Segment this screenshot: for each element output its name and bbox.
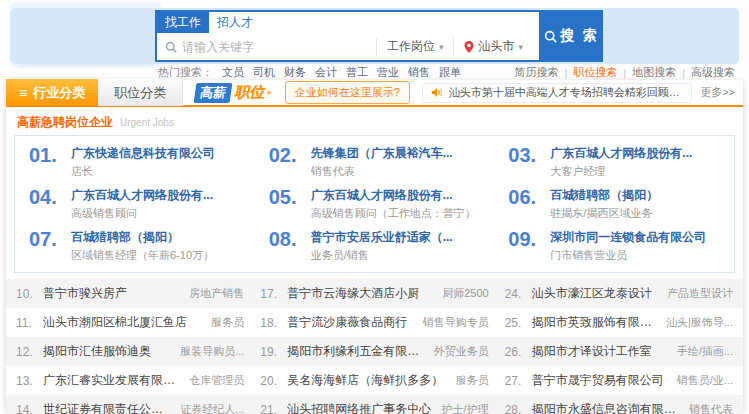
hot-keyword[interactable]: 普工 bbox=[346, 65, 368, 80]
list-item[interactable]: 19.揭阳市利缘利五金有限公司外贸业务员 bbox=[260, 343, 488, 360]
link-resume-search[interactable]: 简历搜索 bbox=[514, 65, 558, 80]
announcement-text[interactable]: 汕头市第十届中高端人才专场招聘会精彩回顾（汕头招聘网... bbox=[449, 85, 683, 100]
company-name[interactable]: 广东快递信息科技有限公司 bbox=[71, 145, 245, 162]
list-item[interactable]: 17.普宁市云海缘大酒店小厨厨师2500 bbox=[260, 285, 488, 302]
keyword-input[interactable] bbox=[182, 40, 376, 54]
list-item[interactable]: 20.吴名海海鲜店（海鲜扒多多）服务员 bbox=[260, 372, 488, 389]
urgent-job-item[interactable]: 02. 先锋集团（广东晨裕汽车...销售代表 bbox=[255, 141, 495, 183]
job-title[interactable]: 手绘/插画... bbox=[669, 344, 733, 359]
hot-keyword[interactable]: 跟单 bbox=[439, 65, 461, 80]
job-title[interactable]: 销售代表 bbox=[311, 164, 485, 179]
company-name[interactable]: 普宁市晟宇贸易有限公司 bbox=[532, 372, 664, 389]
job-title[interactable]: 销售员/业... bbox=[669, 373, 733, 388]
job-title[interactable]: 销售导购专员 bbox=[415, 315, 489, 330]
job-title[interactable]: 区域销售经理（年薪6-10万） bbox=[71, 248, 245, 263]
urgent-job-item[interactable]: 03. 广东百城人才网络股份有...大客户经理 bbox=[494, 141, 734, 183]
tab-recruit-talent[interactable]: 招人才 bbox=[209, 12, 261, 33]
company-name[interactable]: 百城猎聘部（揭阳） bbox=[71, 229, 245, 246]
list-item[interactable]: 13.广东汇睿实业发展有限公司仓库管理员 bbox=[16, 372, 244, 389]
tab-position-category[interactable]: 职位分类 bbox=[98, 79, 183, 106]
tab-industry-category[interactable]: ≡ 行业分类 bbox=[6, 79, 98, 106]
urgent-job-item[interactable]: 01. 广东快递信息科技有限公司店长 bbox=[15, 141, 255, 183]
job-category-select[interactable]: 工作岗位 ▾ bbox=[376, 38, 454, 56]
list-item[interactable]: 18.普宁流沙康薇食品商行销售导购专员 bbox=[260, 314, 488, 331]
hot-keyword[interactable]: 营业 bbox=[377, 65, 399, 80]
urgent-job-item[interactable]: 05. 广东百城人才网络股份有...高级销售顾问（工作地点：普宁） bbox=[255, 183, 495, 225]
company-name[interactable]: 百城猎聘部（揭阳） bbox=[550, 187, 724, 204]
job-title[interactable]: 证券经纪人... bbox=[172, 402, 244, 414]
company-name[interactable]: 广东百城人才网络股份有... bbox=[71, 187, 245, 204]
list-item[interactable]: 26.揭阳市才译设计工作室手绘/插画... bbox=[505, 343, 733, 360]
keyword-input-wrap bbox=[165, 40, 376, 54]
hot-keyword[interactable]: 销售 bbox=[408, 65, 430, 80]
company-name[interactable]: 普宁流沙康薇食品商行 bbox=[287, 314, 407, 331]
job-title[interactable]: 店长 bbox=[71, 164, 245, 179]
list-item[interactable]: 11.汕头市潮阳区棉北厦汇鱼店服务员 bbox=[16, 314, 244, 331]
company-name[interactable]: 世纪证券有限责任公司揭阳营... bbox=[43, 401, 172, 414]
link-job-search[interactable]: 职位搜索 bbox=[573, 65, 617, 80]
hot-search-row: 热门搜索： 文员 司机 财务 会计 普工 营业 销售 跟单 bbox=[158, 65, 461, 80]
job-title[interactable]: 仓库管理员 bbox=[181, 373, 244, 388]
city-value: 汕头市 bbox=[478, 38, 514, 55]
urgent-job-item[interactable]: 04. 广东百城人才网络股份有...高级销售顾问 bbox=[15, 183, 255, 225]
urgent-job-item[interactable]: 09. 深圳市同一连锁食品有限公司门市销售营业员 bbox=[494, 225, 734, 267]
company-name[interactable]: 普宁市云海缘大酒店小厨 bbox=[287, 285, 419, 302]
company-name[interactable]: 广东汇睿实业发展有限公司 bbox=[43, 372, 181, 389]
company-name[interactable]: 揭阳市才译设计工作室 bbox=[532, 343, 652, 360]
company-name[interactable]: 深圳市同一连锁食品有限公司 bbox=[550, 229, 724, 246]
list-item[interactable]: 24.汕头市濠江区龙泰设计产品造型设计 bbox=[505, 285, 733, 302]
job-title[interactable]: 产品造型设计 bbox=[659, 286, 733, 301]
list-item[interactable]: 28.揭阳市永盛信息咨询有限公司销售代表 bbox=[505, 401, 733, 414]
company-name[interactable]: 吴名海海鲜店（海鲜扒多多） bbox=[287, 372, 443, 389]
job-title[interactable]: 服务员 bbox=[448, 373, 489, 388]
list-item[interactable]: 14.世纪证券有限责任公司揭阳营...证券经纪人... bbox=[16, 401, 244, 414]
job-title[interactable]: 驻揭东/揭西区域业务 bbox=[550, 206, 724, 221]
list-item[interactable]: 25.揭阳市英致服饰有限公司汕头|服饰导... bbox=[505, 314, 733, 331]
job-title[interactable]: 护士/护理 bbox=[434, 402, 489, 414]
search-button[interactable]: 搜 索 bbox=[539, 10, 603, 62]
city-select[interactable]: 汕头市 ▾ bbox=[453, 38, 533, 56]
company-display-cta[interactable]: 企业如何在这里展示? bbox=[285, 81, 410, 104]
job-title[interactable]: 高级销售顾问（工作地点：普宁） bbox=[311, 206, 485, 221]
company-name[interactable]: 广东百城人才网络股份有... bbox=[550, 145, 724, 162]
urgent-job-item[interactable]: 07. 百城猎聘部（揭阳）区域销售经理（年薪6-10万） bbox=[15, 225, 255, 267]
company-name[interactable]: 揭阳市永盛信息咨询有限公司 bbox=[532, 401, 681, 414]
job-title[interactable]: 服装导购员... bbox=[172, 344, 244, 359]
job-title[interactable]: 汕头|服饰导... bbox=[658, 315, 733, 330]
list-item[interactable]: 21.汕头招聘网络推广事务中心护士/护理 bbox=[260, 401, 488, 414]
job-title[interactable]: 服务员 bbox=[203, 315, 244, 330]
company-name[interactable]: 广东百城人才网络股份有... bbox=[311, 187, 485, 204]
job-title[interactable]: 门市销售营业员 bbox=[550, 248, 724, 263]
company-name[interactable]: 先锋集团（广东晨裕汽车... bbox=[311, 145, 485, 162]
company-name[interactable]: 揭阳市汇佳服饰迪奥 bbox=[43, 343, 151, 360]
link-advanced-search[interactable]: 高级搜索 bbox=[691, 65, 735, 80]
job-title[interactable]: 厨师2500 bbox=[434, 286, 488, 301]
job-title[interactable]: 大客户经理 bbox=[550, 164, 724, 179]
company-name[interactable]: 普宁市安居乐业舒适家（... bbox=[311, 229, 485, 246]
hot-keyword[interactable]: 财务 bbox=[284, 65, 306, 80]
company-name[interactable]: 汕头市濠江区龙泰设计 bbox=[532, 285, 652, 302]
list-item[interactable]: 10.普宁市骏兴房产房地产销售 bbox=[16, 285, 244, 302]
high-salary-badge[interactable]: 高薪 职位 ✦ bbox=[195, 83, 273, 103]
hot-keyword[interactable]: 会计 bbox=[315, 65, 337, 80]
hot-keyword[interactable]: 司机 bbox=[253, 65, 275, 80]
company-name[interactable]: 普宁市骏兴房产 bbox=[43, 285, 127, 302]
job-title[interactable]: 销售代表 bbox=[681, 402, 733, 414]
list-item[interactable]: 12.揭阳市汇佳服饰迪奥服装导购员... bbox=[16, 343, 244, 360]
job-title[interactable]: 外贸业务员 bbox=[426, 344, 489, 359]
badge-left-label: 高薪 bbox=[194, 83, 233, 103]
hot-keyword[interactable]: 文员 bbox=[222, 65, 244, 80]
job-title[interactable]: 房地产销售 bbox=[181, 286, 244, 301]
list-item[interactable]: 27.普宁市晟宇贸易有限公司销售员/业... bbox=[505, 372, 733, 389]
more-link[interactable]: 更多>> bbox=[700, 85, 735, 100]
company-name[interactable]: 汕头市潮阳区棉北厦汇鱼店 bbox=[43, 314, 187, 331]
job-title[interactable]: 业务员/销售 bbox=[311, 248, 485, 263]
company-name[interactable]: 汕头招聘网络推广事务中心 bbox=[287, 401, 431, 414]
company-name[interactable]: 揭阳市英致服饰有限公司 bbox=[532, 314, 658, 331]
urgent-job-item[interactable]: 08. 普宁市安居乐业舒适家（...业务员/销售 bbox=[255, 225, 495, 267]
tab-find-job[interactable]: 找工作 bbox=[157, 12, 209, 33]
company-name[interactable]: 揭阳市利缘利五金有限公司 bbox=[287, 343, 425, 360]
job-title[interactable]: 高级销售顾问 bbox=[71, 206, 245, 221]
link-map-search[interactable]: 地图搜索 bbox=[632, 65, 676, 80]
urgent-job-item[interactable]: 06. 百城猎聘部（揭阳）驻揭东/揭西区域业务 bbox=[494, 183, 734, 225]
